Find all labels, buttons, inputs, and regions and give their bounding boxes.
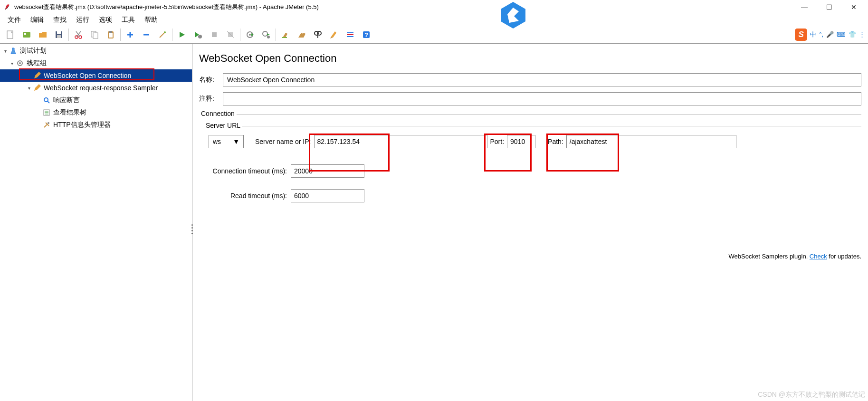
menu-run[interactable]: 运行 (72, 15, 93, 25)
read-timeout-input[interactable] (291, 189, 364, 202)
shutdown-icon[interactable] (223, 27, 238, 42)
wand-icon[interactable] (155, 27, 170, 42)
gear-run2-icon[interactable] (258, 27, 274, 42)
clear-icon[interactable] (278, 27, 293, 42)
protocol-select[interactable]: ws ▼ (209, 135, 244, 148)
chevron-down-icon: ▼ (233, 138, 239, 145)
svg-rect-27 (347, 36, 353, 37)
tree-ws-request-response[interactable]: ▾ WebSocket request-response Sampler (0, 82, 192, 94)
watermark: CSDN @东方不败之鸭梨的测试笔记 (758, 391, 865, 399)
open-icon[interactable] (35, 27, 50, 42)
plugin-footer: WebSocket Samplers plugin. Check for upd… (729, 253, 861, 260)
svg-rect-5 (57, 31, 61, 34)
comment-input[interactable] (223, 92, 861, 105)
svg-rect-10 (93, 33, 98, 38)
svg-point-21 (267, 36, 270, 38)
new-icon[interactable] (3, 27, 18, 42)
connection-legend: Connection (199, 110, 237, 117)
pencil-icon (32, 83, 42, 93)
gear-sm-icon (15, 58, 25, 68)
ime-mic-icon[interactable]: 🎤 (826, 31, 834, 38)
clear-all-icon[interactable] (294, 27, 309, 42)
path-label: Path: (548, 138, 563, 145)
tree-ws-open-connection[interactable]: WebSocket Open Connection (0, 69, 192, 82)
path-input[interactable] (566, 135, 736, 148)
menu-tools[interactable]: 工具 (118, 15, 139, 25)
name-label: 名称: (199, 76, 223, 84)
menubar: 文件 编辑 查找 运行 选项 工具 帮助 (0, 14, 868, 26)
add-icon[interactable] (123, 27, 138, 42)
menu-file[interactable]: 文件 (4, 15, 25, 25)
svg-point-19 (249, 34, 251, 36)
menu-search[interactable]: 查找 (49, 15, 70, 25)
serverurl-legend: Server URL (204, 122, 242, 129)
svg-point-31 (19, 62, 21, 64)
toolbar-status: S 中 °, 🎤 ⌨ 👕 ⋮ (795, 29, 865, 41)
copy-icon[interactable] (87, 27, 102, 42)
read-timeout-label: Read timeout (ms): (204, 192, 287, 200)
tree-view-results[interactable]: 查看结果树 (0, 106, 192, 119)
svg-point-14 (164, 31, 166, 33)
menu-options[interactable]: 选项 (95, 15, 116, 25)
name-input[interactable] (223, 73, 861, 86)
stop-icon[interactable] (207, 27, 222, 42)
ime-punct-icon[interactable]: °, (819, 31, 823, 38)
conn-timeout-label: Connection timeout (ms): (204, 167, 287, 175)
gear-run-icon[interactable] (242, 27, 258, 42)
conn-timeout-input[interactable] (291, 164, 364, 178)
thunder-bird-icon (499, 1, 527, 29)
svg-rect-25 (347, 32, 353, 33)
pencil-icon (32, 71, 42, 80)
ime-keyboard-icon[interactable]: ⌨ (837, 31, 846, 38)
svg-text:?: ? (364, 31, 368, 38)
check-updates-link[interactable]: Check (810, 253, 827, 260)
tree-thread-group[interactable]: ▾ 线程组 (0, 57, 192, 69)
connection-fieldset: Connection Server URL ws ▼ Server name o… (199, 114, 861, 205)
start-no-pause-icon[interactable] (191, 27, 206, 42)
splitter-handle[interactable] (190, 224, 194, 234)
app-feather-icon (4, 3, 11, 11)
window-title: websocket查看结果树.jmx (D:\software\apache-j… (14, 3, 798, 11)
close-button[interactable]: ✕ (847, 3, 860, 11)
svg-point-32 (44, 98, 48, 102)
svg-rect-12 (109, 31, 112, 33)
toolbar: ? S 中 °, 🎤 ⌨ 👕 ⋮ (0, 26, 868, 44)
tree-response-assertion[interactable]: 响应断言 (0, 94, 192, 106)
menu-help[interactable]: 帮助 (141, 15, 162, 25)
function-icon[interactable] (343, 27, 358, 42)
svg-rect-13 (109, 33, 113, 38)
svg-point-15 (198, 35, 202, 38)
find-icon[interactable] (310, 27, 325, 42)
serverurl-fieldset: Server URL ws ▼ Server name or IP: Port:… (204, 126, 861, 153)
menu-edit[interactable]: 编辑 (27, 15, 48, 25)
start-icon[interactable] (174, 27, 190, 42)
port-input[interactable] (507, 135, 535, 148)
broom-icon[interactable] (326, 27, 342, 42)
tree-panel[interactable]: ▾ 测试计划 ▾ 线程组 WebSocket Open Connection ▾… (0, 44, 192, 401)
maximize-button[interactable]: ☐ (822, 3, 836, 11)
ime-skin-icon[interactable]: 👕 (849, 31, 856, 38)
svg-rect-26 (347, 34, 353, 35)
save-icon[interactable] (51, 27, 67, 42)
ime-lang[interactable]: 中 (810, 30, 816, 39)
svg-rect-6 (57, 35, 61, 38)
comment-label: 注释: (199, 95, 223, 103)
content-panel: WebSocket Open Connection 名称: 注释: Connec… (192, 44, 868, 401)
svg-rect-3 (24, 33, 26, 35)
results-tree-icon (42, 108, 51, 117)
cut-icon[interactable] (71, 27, 86, 42)
tree-http-header-mgr[interactable]: HTTP信息头管理器 (0, 119, 192, 131)
help-icon[interactable]: ? (359, 27, 374, 42)
server-input[interactable] (314, 135, 487, 148)
magnifier-icon (42, 95, 51, 105)
paste-icon[interactable] (103, 27, 118, 42)
remove-icon[interactable] (139, 27, 154, 42)
ime-menu-icon[interactable]: ⋮ (859, 31, 865, 38)
templates-icon[interactable] (19, 27, 34, 42)
tree-test-plan[interactable]: ▾ 测试计划 (0, 45, 192, 57)
minimize-button[interactable]: — (798, 3, 811, 11)
flask-icon (9, 46, 18, 56)
main-area: ▾ 测试计划 ▾ 线程组 WebSocket Open Connection ▾… (0, 44, 868, 401)
window-controls: — ☐ ✕ (798, 3, 860, 11)
sogou-ime-icon[interactable]: S (795, 29, 807, 41)
